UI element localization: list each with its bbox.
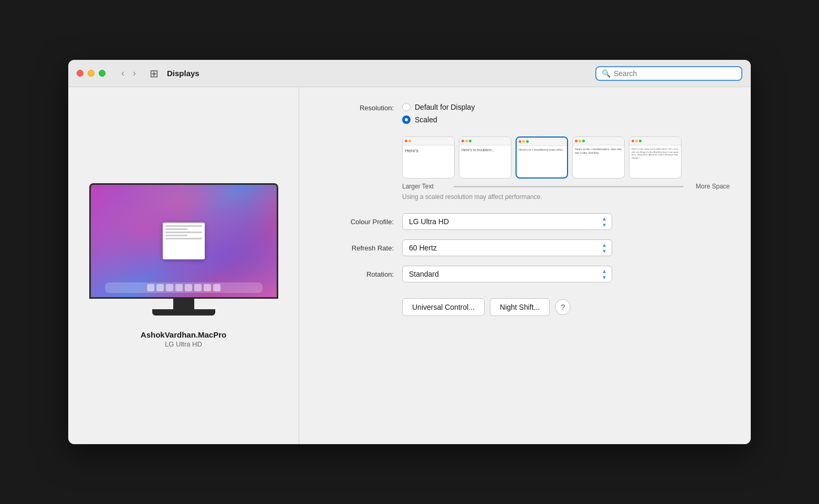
dock-icon-8 xyxy=(213,284,220,291)
doc-line-3 xyxy=(165,232,202,233)
display-subtitle: LG Ultra HD xyxy=(165,340,202,348)
scale-label-more-space: More Space xyxy=(688,183,730,190)
universal-control-button[interactable]: Universal Control... xyxy=(402,298,485,316)
refresh-rate-select[interactable]: 60 Hertz xyxy=(402,239,612,256)
refresh-rate-row: Refresh Rate: 60 Hertz ▲ ▼ xyxy=(320,239,730,256)
scale-label-larger: Larger Text xyxy=(402,183,449,190)
radio-default-label: Default for Display xyxy=(415,103,475,111)
preview-card-5-content: Here's to the crazy one troublemakers. T… xyxy=(629,145,681,178)
search-bar[interactable]: 🔍 xyxy=(595,66,742,81)
resolution-options: Default for Display Scaled xyxy=(402,103,475,124)
radio-scaled-circle[interactable] xyxy=(402,116,411,124)
titlebar: ‹ › ⊞ Displays 🔍 xyxy=(68,60,751,87)
preview-card-4[interactable]: Here's to the c troublemakers. ones who … xyxy=(572,136,625,178)
radio-scaled[interactable]: Scaled xyxy=(402,116,475,124)
preview-card-2[interactable]: Here's to troublem... xyxy=(459,136,511,178)
refresh-rate-select-container: 60 Hertz ▲ ▼ xyxy=(402,239,612,256)
preview-card-5-titlebar xyxy=(629,137,681,145)
preview-dot-yellow xyxy=(522,140,525,143)
left-panel: AshokVardhan.MacPro LG Ultra HD xyxy=(68,87,299,444)
scaled-previews: Here's Here's to troublem... xyxy=(402,136,730,178)
system-preferences-window: ‹ › ⊞ Displays 🔍 xyxy=(68,60,751,444)
rotation-row: Rotation: Standard ▲ ▼ xyxy=(320,266,730,282)
preview-card-5[interactable]: Here's to the crazy one troublemakers. T… xyxy=(629,136,681,178)
monitor-dock xyxy=(105,282,262,293)
preview-dot-red xyxy=(461,140,464,142)
preview-card-1-text: Here's xyxy=(405,148,452,153)
resolution-row: Resolution: Default for Display Scaled xyxy=(320,103,730,124)
preview-card-2-content: Here's to troublem... xyxy=(459,145,511,178)
minimize-button[interactable] xyxy=(88,70,94,77)
rotation-select-container: Standard ▲ ▼ xyxy=(402,266,612,282)
scale-bar[interactable] xyxy=(454,186,684,187)
preview-dot-red xyxy=(632,140,634,142)
dock-icon-2 xyxy=(156,284,164,291)
window-title: Displays xyxy=(167,69,589,78)
preview-card-3-content: Here's to t troublema ones who... xyxy=(517,146,567,177)
preview-dot-yellow xyxy=(465,140,468,142)
colour-profile-select[interactable]: LG Ultra HD xyxy=(402,213,612,230)
dock-icon-6 xyxy=(194,284,202,291)
monitor-stand-neck xyxy=(173,299,194,309)
doc-line-4 xyxy=(165,235,187,236)
night-shift-button[interactable]: Night Shift... xyxy=(490,298,550,316)
radio-scaled-label: Scaled xyxy=(415,116,437,124)
dock-icon-7 xyxy=(204,284,211,291)
preview-card-3[interactable]: Here's to t troublema ones who... xyxy=(516,136,568,178)
screen-document xyxy=(163,223,205,259)
search-icon: 🔍 xyxy=(602,69,611,78)
preview-dot-red xyxy=(575,140,578,142)
preview-dot-yellow xyxy=(408,140,411,142)
preview-card-2-text: Here's to troublem... xyxy=(461,148,509,152)
forward-button[interactable]: › xyxy=(130,66,139,81)
preview-dot-red xyxy=(405,140,407,142)
preview-dot-yellow xyxy=(635,140,638,142)
search-input[interactable] xyxy=(614,69,736,78)
preview-card-4-content: Here's to the c troublemakers. ones who … xyxy=(573,145,624,178)
grid-view-icon[interactable]: ⊞ xyxy=(150,67,159,80)
help-button[interactable]: ? xyxy=(555,299,571,315)
scale-bar-row: Larger Text More Space xyxy=(402,183,730,190)
traffic-lights xyxy=(77,70,106,77)
preview-card-1-titlebar xyxy=(403,137,454,145)
doc-line-2 xyxy=(165,228,187,230)
preview-card-5-text: Here's to the crazy one troublemakers. T… xyxy=(632,148,679,159)
dock-icon-5 xyxy=(185,284,192,291)
dock-icon-4 xyxy=(175,284,183,291)
dock-icon-1 xyxy=(147,284,154,291)
doc-line-5 xyxy=(165,238,202,239)
monitor-stand-base xyxy=(152,309,215,316)
preview-card-3-titlebar xyxy=(517,138,567,146)
colour-profile-label: Colour Profile: xyxy=(320,218,394,226)
close-button[interactable] xyxy=(77,70,83,77)
display-name: AshokVardhan.MacPro xyxy=(141,330,226,339)
rotation-label: Rotation: xyxy=(320,270,394,278)
preview-card-4-text: Here's to the c troublemakers. ones who … xyxy=(575,148,622,154)
preview-card-1[interactable]: Here's xyxy=(402,136,455,178)
radio-default-circle[interactable] xyxy=(402,103,411,111)
preview-dot-green xyxy=(526,140,529,143)
resolution-label: Resolution: xyxy=(320,103,394,112)
maximize-button[interactable] xyxy=(99,70,106,77)
rotation-select[interactable]: Standard xyxy=(402,266,612,282)
nav-buttons: ‹ › xyxy=(118,66,139,81)
back-button[interactable]: ‹ xyxy=(118,66,128,81)
doc-line-1 xyxy=(165,225,202,227)
monitor-preview xyxy=(89,183,278,316)
scaled-section: Here's Here's to troublem... xyxy=(402,136,730,201)
content-area: AshokVardhan.MacPro LG Ultra HD Resoluti… xyxy=(68,87,751,444)
preview-dot-green xyxy=(582,140,585,142)
colour-profile-select-container: LG Ultra HD ▲ ▼ xyxy=(402,213,612,230)
preview-dot-red xyxy=(519,140,521,143)
dock-icon-3 xyxy=(166,284,173,291)
scale-hint: Using a scaled resolution may affect per… xyxy=(402,193,730,201)
radio-default[interactable]: Default for Display xyxy=(402,103,475,111)
monitor-screen xyxy=(89,183,278,299)
preview-dot-green xyxy=(469,140,471,142)
screen-background xyxy=(91,185,277,297)
preview-dot-yellow xyxy=(579,140,581,142)
bottom-buttons: Universal Control... Night Shift... ? xyxy=(320,298,730,316)
preview-card-1-content: Here's xyxy=(403,145,454,178)
preview-card-2-titlebar xyxy=(459,137,511,145)
colour-profile-row: Colour Profile: LG Ultra HD ▲ ▼ xyxy=(320,213,730,230)
